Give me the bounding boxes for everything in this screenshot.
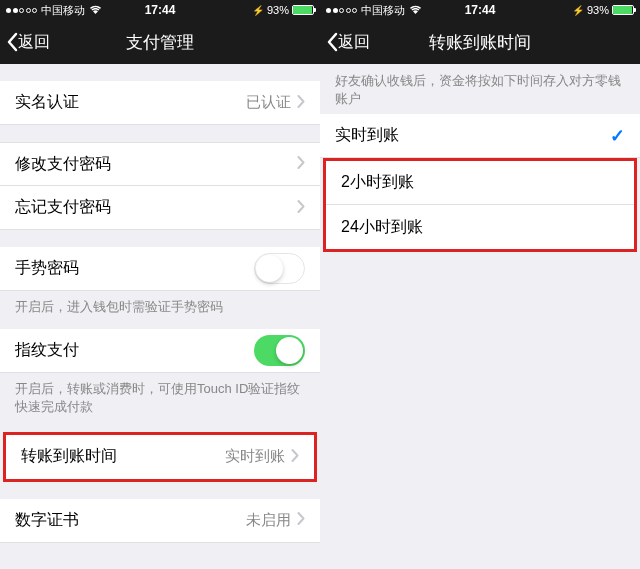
option-2h-cell[interactable]: 2小时到账 (326, 161, 634, 205)
highlight-box: 2小时到账 24小时到账 (323, 158, 637, 252)
battery-icon (612, 5, 634, 15)
option-24h-label: 24小时到账 (341, 217, 423, 238)
chevron-left-icon (326, 32, 338, 52)
realname-cell[interactable]: 实名认证 已认证 (0, 81, 320, 125)
chevron-right-icon (291, 448, 299, 466)
forgot-password-label: 忘记支付密码 (15, 197, 111, 218)
chevron-right-icon (297, 94, 305, 112)
nav-title: 支付管理 (126, 31, 194, 54)
forgot-password-cell[interactable]: 忘记支付密码 (0, 186, 320, 230)
wifi-icon (89, 4, 102, 16)
cert-value: 未启用 (246, 511, 291, 530)
charging-icon: ⚡ (252, 5, 264, 16)
check-icon: ✓ (610, 125, 625, 147)
transfer-time-value: 实时到账 (225, 447, 285, 466)
transfer-time-cell[interactable]: 转账到账时间 实时到账 (6, 435, 314, 479)
touchid-cell: 指纹支付 (0, 329, 320, 373)
gesture-password-label: 手势密码 (15, 258, 79, 279)
highlight-box: 转账到账时间 实时到账 (3, 432, 317, 482)
screen-hint: 好友确认收钱后，资金将按如下时间存入对方零钱账户 (320, 64, 640, 114)
back-label: 返回 (338, 32, 370, 53)
chevron-left-icon (6, 32, 18, 52)
gesture-hint: 开启后，进入钱包时需验证手势密码 (0, 291, 320, 323)
back-button[interactable]: 返回 (0, 32, 50, 53)
touchid-switch[interactable] (254, 335, 305, 366)
chevron-right-icon (297, 155, 305, 173)
battery-pct: 93% (587, 4, 609, 16)
cert-cell[interactable]: 数字证书 未启用 (0, 499, 320, 543)
option-instant-cell[interactable]: 实时到账 ✓ (320, 114, 640, 158)
change-password-cell[interactable]: 修改支付密码 (0, 142, 320, 186)
clock: 17:44 (465, 3, 496, 17)
option-instant-label: 实时到账 (335, 125, 399, 146)
status-bar: 中国移动 17:44 ⚡ 93% (0, 0, 320, 20)
charging-icon: ⚡ (572, 5, 584, 16)
left-screen: 中国移动 17:44 ⚡ 93% 返回 支付管理 实名认证 已认证 修改支付密码 (0, 0, 320, 569)
change-password-label: 修改支付密码 (15, 154, 111, 175)
realname-value: 已认证 (246, 93, 291, 112)
transfer-time-label: 转账到账时间 (21, 446, 117, 467)
cert-label: 数字证书 (15, 510, 79, 531)
chevron-right-icon (297, 511, 305, 529)
option-24h-cell[interactable]: 24小时到账 (326, 205, 634, 249)
realname-label: 实名认证 (15, 92, 79, 113)
carrier-label: 中国移动 (361, 3, 405, 18)
option-2h-label: 2小时到账 (341, 172, 414, 193)
gesture-password-switch[interactable] (254, 253, 305, 284)
touchid-hint: 开启后，转账或消费时，可使用Touch ID验证指纹快速完成付款 (0, 373, 320, 423)
wifi-icon (409, 4, 422, 16)
battery-pct: 93% (267, 4, 289, 16)
nav-title: 转账到账时间 (429, 31, 531, 54)
battery-icon (292, 5, 314, 15)
chevron-right-icon (297, 199, 305, 217)
back-label: 返回 (18, 32, 50, 53)
nav-bar: 返回 支付管理 (0, 20, 320, 64)
clock: 17:44 (145, 3, 176, 17)
nav-bar: 返回 转账到账时间 (320, 20, 640, 64)
signal-icon (326, 8, 357, 13)
status-bar: 中国移动 17:44 ⚡ 93% (320, 0, 640, 20)
touchid-label: 指纹支付 (15, 340, 79, 361)
right-screen: 中国移动 17:44 ⚡ 93% 返回 转账到账时间 好友确认收钱后，资金将按如… (320, 0, 640, 569)
gesture-password-cell: 手势密码 (0, 247, 320, 291)
carrier-label: 中国移动 (41, 3, 85, 18)
signal-icon (6, 8, 37, 13)
back-button[interactable]: 返回 (320, 32, 370, 53)
